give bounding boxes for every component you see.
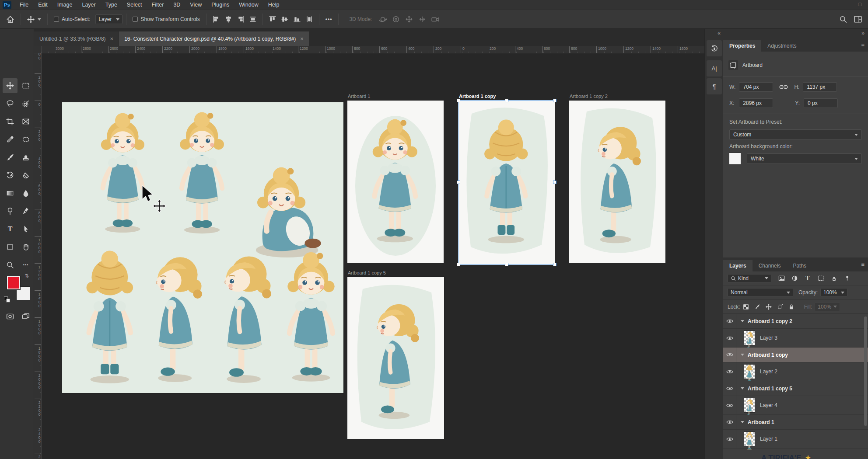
layer-row-layer-3[interactable]: Layer 3 bbox=[723, 329, 868, 348]
3d-slide-button[interactable] bbox=[416, 12, 429, 27]
filter-smart-objects-button[interactable] bbox=[828, 274, 840, 283]
menu-select[interactable]: Select bbox=[122, 0, 147, 10]
auto-select-checkbox[interactable]: Auto-Select: bbox=[51, 12, 93, 27]
background-color-swatch[interactable] bbox=[729, 153, 741, 164]
y-field[interactable]: 0 px bbox=[804, 98, 838, 108]
filter-shape-layers-button[interactable] bbox=[815, 274, 826, 283]
align-left-button[interactable] bbox=[210, 12, 222, 27]
close-icon[interactable]: × bbox=[300, 35, 304, 42]
layer-row-artboard-1[interactable]: Artboard 1 bbox=[723, 415, 868, 430]
tab-paths[interactable]: Paths bbox=[787, 260, 812, 271]
visibility-toggle[interactable] bbox=[723, 396, 736, 414]
3d-roll-button[interactable] bbox=[389, 12, 402, 27]
menu-plugins[interactable]: Plugins bbox=[206, 0, 234, 10]
x-field[interactable]: 2896 px bbox=[739, 98, 773, 108]
menu-window[interactable]: Window bbox=[234, 0, 263, 10]
expand-chevron-icon[interactable] bbox=[741, 320, 744, 322]
menu-filter[interactable]: Filter bbox=[147, 0, 169, 10]
expand-chevron-icon[interactable] bbox=[741, 421, 744, 423]
document-tab-untitled[interactable]: Untitled-1 @ 33.3% (RGB/8) × bbox=[34, 31, 119, 46]
window-controls[interactable]: ▢ bbox=[858, 2, 864, 7]
home-button[interactable] bbox=[4, 12, 17, 27]
selection-handle[interactable] bbox=[553, 181, 556, 184]
expand-chevron-icon[interactable] bbox=[741, 387, 744, 389]
panel-menu-icon[interactable]: ≡ bbox=[861, 261, 864, 268]
rectangular-marquee-tool[interactable] bbox=[18, 78, 33, 93]
3d-orbit-button[interactable] bbox=[376, 12, 389, 27]
width-field[interactable]: 704 px bbox=[739, 82, 773, 92]
paragraph-panel-button[interactable]: ¶ bbox=[707, 78, 722, 94]
artboard-label-artboard-1-copy-5[interactable]: Artboard 1 copy 5 bbox=[348, 270, 386, 275]
layer-thumbnail[interactable] bbox=[744, 432, 755, 446]
crop-tool[interactable] bbox=[3, 114, 18, 129]
healing-brush-tool[interactable] bbox=[18, 132, 33, 147]
layer-row-layer-4[interactable]: Layer 4 bbox=[723, 396, 868, 415]
visibility-toggle[interactable] bbox=[723, 415, 736, 429]
hand-tool[interactable] bbox=[18, 240, 33, 254]
edit-toolbar-button[interactable]: ••• bbox=[18, 257, 33, 272]
visibility-toggle[interactable] bbox=[723, 329, 736, 347]
default-colors-icon[interactable] bbox=[4, 296, 10, 303]
artboard-1-copy-5[interactable] bbox=[347, 277, 444, 439]
layer-thumbnail[interactable] bbox=[744, 365, 755, 379]
expand-chevron-icon[interactable] bbox=[741, 354, 744, 356]
clone-stamp-tool[interactable] bbox=[18, 150, 33, 165]
tab-layers[interactable]: Layers bbox=[723, 260, 752, 271]
workspace-switcher-icon[interactable] bbox=[854, 15, 862, 23]
background-color-dropdown[interactable]: White bbox=[747, 153, 862, 164]
rectangle-tool[interactable] bbox=[3, 240, 18, 254]
eyedropper-tool[interactable] bbox=[3, 132, 18, 147]
brush-tool[interactable] bbox=[3, 150, 18, 165]
search-icon[interactable] bbox=[839, 15, 847, 23]
current-tool-button[interactable] bbox=[24, 12, 44, 27]
lock-artboard-nesting-button[interactable] bbox=[774, 302, 786, 312]
screen-mode-button[interactable] bbox=[19, 311, 32, 322]
filter-adjustment-layers-button[interactable] bbox=[789, 274, 800, 283]
layer-row-artboard-1-copy-2[interactable]: Artboard 1 copy 2 bbox=[723, 314, 868, 329]
menu-3d[interactable]: 3D bbox=[168, 0, 185, 10]
layer-row-artboard-1-copy[interactable]: Artboard 1 copy bbox=[723, 348, 868, 362]
type-tool[interactable]: T bbox=[3, 222, 18, 236]
selection-handle[interactable] bbox=[553, 99, 556, 102]
selection-handle[interactable] bbox=[505, 263, 508, 266]
swap-colors-icon[interactable]: ⇄ bbox=[24, 274, 30, 278]
artboard-1[interactable] bbox=[347, 101, 444, 263]
3d-camera-button[interactable] bbox=[429, 12, 442, 27]
artboard-label-artboard-1-copy-2[interactable]: Artboard 1 copy 2 bbox=[570, 94, 608, 99]
layer-thumbnail[interactable] bbox=[744, 398, 755, 412]
filter-pixel-layers-button[interactable] bbox=[776, 274, 787, 283]
tab-channels[interactable]: Channels bbox=[752, 260, 787, 271]
reference-image-artboard[interactable] bbox=[62, 102, 343, 393]
menu-file[interactable]: File bbox=[15, 0, 33, 10]
opacity-dropdown[interactable]: 100% bbox=[820, 288, 847, 297]
gradient-tool[interactable] bbox=[3, 186, 18, 201]
align-right-button[interactable] bbox=[234, 12, 247, 27]
filter-kind-dropdown[interactable]: Kind bbox=[728, 274, 771, 283]
visibility-toggle[interactable] bbox=[723, 381, 736, 396]
distribute-horizontal-button[interactable] bbox=[247, 12, 259, 27]
height-field[interactable]: 1137 px bbox=[803, 82, 837, 92]
lock-image-pixels-button[interactable] bbox=[752, 302, 763, 312]
menu-help[interactable]: Help bbox=[263, 0, 284, 10]
more-align-options-button[interactable]: ••• bbox=[323, 12, 335, 27]
history-panel-button[interactable] bbox=[707, 40, 722, 56]
expand-panels-icon[interactable]: » bbox=[861, 30, 864, 36]
selection-handle[interactable] bbox=[457, 99, 460, 102]
panel-menu-icon[interactable]: ≡ bbox=[861, 42, 864, 48]
menu-view[interactable]: View bbox=[185, 0, 206, 10]
history-brush-tool[interactable] bbox=[3, 168, 18, 183]
fill-dropdown[interactable]: 100% bbox=[815, 303, 840, 311]
selection-handle[interactable] bbox=[553, 263, 556, 266]
tab-adjustments[interactable]: Adjustments bbox=[761, 40, 802, 52]
auto-select-target-dropdown[interactable]: Layer bbox=[95, 14, 122, 24]
artboard-label-artboard-1[interactable]: Artboard 1 bbox=[348, 94, 370, 99]
preset-dropdown[interactable]: Custom bbox=[729, 129, 862, 140]
pen-tool[interactable] bbox=[18, 204, 33, 219]
artboard-label-artboard-1-copy[interactable]: Artboard 1 copy bbox=[459, 94, 496, 99]
artboard-1-copy-2[interactable] bbox=[569, 101, 665, 263]
blur-tool[interactable] bbox=[18, 186, 33, 201]
foreground-color-swatch[interactable] bbox=[7, 276, 20, 289]
quick-selection-tool[interactable] bbox=[18, 96, 33, 111]
distribute-vertical-button[interactable] bbox=[303, 12, 315, 27]
show-transform-controls-checkbox[interactable]: Show Transform Controls bbox=[130, 12, 202, 27]
